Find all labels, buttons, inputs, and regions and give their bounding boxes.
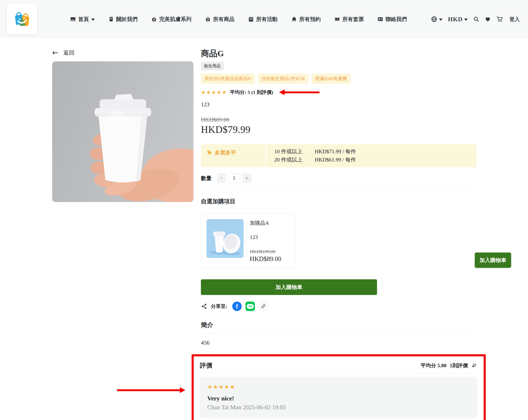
nav-item-skin-series[interactable]: 完美肌膚系列	[151, 16, 192, 23]
nav-item-label: 所有預約	[299, 16, 321, 23]
floating-add-to-cart-button[interactable]: 加入購物車	[475, 252, 511, 268]
back-arrow-icon: ←	[52, 49, 58, 57]
addon-product-info: 加購品A 123 HKD$199.00 HKD$89.00	[250, 219, 281, 263]
wishlist-heart-icon[interactable]	[485, 16, 491, 22]
nav-item-all-bookings[interactable]: 所有預約	[291, 16, 321, 23]
calendar-icon	[248, 16, 254, 22]
contact-card-icon	[377, 16, 383, 22]
quantity-input[interactable]	[228, 173, 240, 183]
shopping-bags-logo-icon	[12, 9, 32, 29]
promo-badges: 買任何5件貨品送商品D 任何衛生用品2件$158 買滿$500免運費	[201, 74, 476, 84]
annotation-arrow-shaft	[285, 91, 320, 93]
bulk-pricing-label: 多買多平	[215, 149, 236, 156]
review-section-heading: 評價	[200, 361, 212, 370]
product-title: 商品G	[201, 49, 476, 58]
quantity-row: 數量 − +	[201, 173, 476, 190]
line-share-button[interactable]: LINE	[245, 302, 255, 311]
basket-icon	[151, 16, 157, 22]
annotation-arrow-rating	[279, 89, 320, 95]
link-icon	[261, 304, 266, 309]
review-author-date: Chan Tai Man 2025-06-02 19:05	[207, 404, 470, 411]
currency-selector[interactable]: HKD	[448, 16, 468, 23]
bulk-pricing-tiers: 10 件或以上 HKD$71.99 / 每件 20 件或以上 HKD$61.99…	[266, 144, 476, 167]
review-count: 1則評價	[450, 362, 468, 369]
product-image	[52, 61, 193, 202]
basket-icon	[205, 16, 211, 22]
sort-icon[interactable]	[471, 363, 477, 368]
promo-badge[interactable]: 買任何5件貨品送商品D	[201, 74, 255, 84]
review-stars: ★★★★★	[207, 384, 470, 390]
category-tag[interactable]: 衛生用品	[201, 62, 224, 70]
nav-item-all-passes[interactable]: 所有套票	[334, 16, 364, 23]
promo-badge[interactable]: 買滿$500免運費	[312, 74, 351, 84]
tier-price: HKD$61.99 / 每件	[315, 156, 356, 164]
original-price: HKD$89.00	[201, 116, 476, 123]
copy-link-button[interactable]	[259, 302, 268, 311]
login-link[interactable]: 登入	[509, 16, 520, 23]
nav-item-label: 所有活動	[256, 16, 278, 23]
tier-price: HKD$71.99 / 每件	[315, 148, 356, 156]
nav-item-label: 首頁	[78, 16, 89, 23]
annotation-arrowhead	[180, 387, 185, 393]
bulk-pricing-box: 多買多平 10 件或以上 HKD$71.99 / 每件 20 件或以上 HKD$…	[201, 144, 476, 167]
nav-item-all-products[interactable]: 所有商品	[205, 16, 235, 23]
ticket-icon	[334, 16, 340, 22]
review-average: 平均分 5.00	[421, 362, 446, 369]
caret-down-icon	[439, 19, 443, 21]
main-content: ← 返回	[0, 38, 528, 420]
navbar: 首頁 關於我們 完美肌膚系列 所有商品 所有活動 所有預約 所有套票	[0, 0, 528, 38]
addon-section-heading: 自選加購項目	[201, 198, 476, 205]
nav-utilities: HKD 登入	[431, 16, 520, 23]
back-link[interactable]: ← 返回	[52, 48, 193, 58]
facebook-share-button[interactable]: f	[232, 302, 242, 311]
addon-product-note: 123	[250, 234, 281, 240]
bulk-tier-row: 20 件或以上 HKD$61.99 / 每件	[274, 156, 476, 164]
nav-item-label: 聯絡我們	[385, 16, 407, 23]
share-row: 分享至: f LINE	[201, 302, 476, 311]
facebook-icon: f	[236, 303, 238, 310]
bulk-tier-row: 10 件或以上 HKD$71.99 / 每件	[274, 148, 476, 156]
quantity-increase-button[interactable]: +	[242, 173, 251, 183]
annotation-arrow-review	[117, 387, 185, 393]
addon-product-name: 加購品A	[250, 220, 281, 226]
share-icon	[201, 303, 207, 309]
promo-badge[interactable]: 任何衛生用品2件$158	[258, 74, 308, 84]
line-icon: LINE	[247, 304, 254, 309]
store-logo[interactable]	[7, 4, 37, 34]
nav-item-label: 完美肌膚系列	[159, 16, 192, 23]
product-photo-cup-in-hand	[52, 61, 193, 202]
nav-item-label: 關於我們	[116, 16, 138, 23]
description-heading: 簡介	[201, 321, 476, 334]
add-to-cart-button[interactable]: 加入購物車	[201, 279, 377, 295]
addon-original-price: HKD$199.00	[250, 249, 281, 254]
review-summary: 平均分 5.00 1則評價	[421, 362, 477, 369]
cart-icon[interactable]	[496, 16, 503, 23]
addon-product-card[interactable]: 加購品A 123 HKD$199.00 HKD$89.00	[201, 214, 295, 268]
current-price: HKD$79.99	[201, 124, 476, 135]
addon-photo-containers	[206, 219, 244, 258]
main-nav: 首頁 關於我們 完美肌膚系列 所有商品 所有活動 所有預約 所有套票	[70, 16, 407, 23]
product-info-column: 商品G 衛生用品 買任何5件貨品送商品D 任何衛生用品2件$158 買滿$500…	[201, 48, 476, 420]
review-text: Very nice!	[207, 395, 470, 402]
description-body: 456	[201, 340, 476, 346]
share-label: 分享至:	[211, 303, 227, 310]
rating-row: ★★★★★ 平均分: 5 (1 則評價)	[201, 88, 476, 97]
nav-item-label: 所有套票	[342, 16, 364, 23]
nav-item-home[interactable]: 首頁	[70, 16, 95, 23]
nav-item-about[interactable]: 關於我們	[108, 16, 138, 23]
tier-quantity: 10 件或以上	[274, 148, 315, 156]
nav-item-contact[interactable]: 聯絡我們	[377, 16, 407, 23]
language-selector[interactable]	[431, 16, 443, 23]
rating-stars: ★★★★★	[201, 89, 227, 96]
search-icon[interactable]	[473, 16, 479, 22]
review-section-annotation-box: 評價 平均分 5.00 1則評價 ★★★★★ Very nice! Chan T…	[192, 354, 486, 420]
review-card: ★★★★★ Very nice! Chan Tai Man 2025-06-02…	[200, 377, 477, 418]
bell-icon	[291, 16, 297, 22]
quantity-decrease-button[interactable]: −	[217, 173, 226, 183]
nav-item-all-events[interactable]: 所有活動	[248, 16, 278, 23]
nav-item-label: 所有商品	[213, 16, 235, 23]
rating-summary[interactable]: 平均分: 5 (1 則評價)	[230, 89, 273, 96]
annotation-arrow-shaft	[117, 389, 180, 391]
book-icon	[108, 16, 114, 22]
back-label: 返回	[63, 49, 74, 57]
